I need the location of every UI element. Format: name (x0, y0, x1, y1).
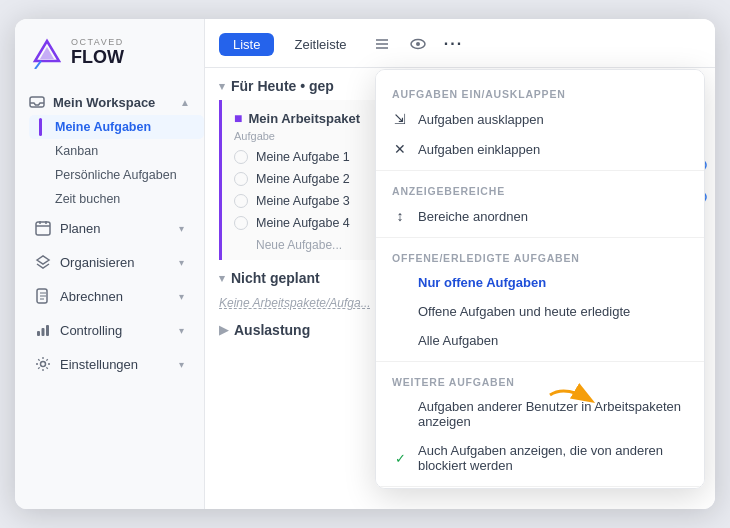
nav-item-abrechnen[interactable]: Abrechnen ▾ (21, 280, 198, 312)
chevron-down-icon-3: ▾ (179, 291, 184, 302)
more-options-btn[interactable]: ··· (439, 29, 469, 59)
expand-icon: ⇲ (392, 111, 408, 127)
inbox-icon (29, 94, 45, 110)
bar-chart-icon (35, 322, 51, 338)
menu-item-andere-benutzer[interactable]: Aufgaben anderer Benutzer in Arbeitspake… (376, 392, 704, 436)
list-icon (374, 36, 390, 52)
sidebar-item-kanban[interactable]: Kanban (29, 139, 204, 163)
chevron-up-icon: ▲ (180, 97, 190, 108)
workspace-header[interactable]: Mein Workspace ▲ (15, 87, 204, 115)
logo: OCTAVED FLOW (15, 19, 204, 83)
tab-liste[interactable]: Liste (219, 33, 274, 56)
arrow-annotation (545, 380, 605, 414)
tab-zeitleiste[interactable]: Zeitleiste (280, 33, 360, 56)
dropdown-overlay: AUFGABEN EIN/AUSKLAPPEN ⇲ Aufgaben auskl… (205, 61, 715, 509)
menu-item-bereiche[interactable]: ↕ Bereiche anordnen (376, 201, 704, 231)
svg-rect-4 (36, 222, 50, 235)
menu-divider-1 (376, 170, 704, 171)
menu-item-blockiert[interactable]: ✓ Auch Aufgaben anzeigen, die von andere… (376, 436, 704, 480)
gear-icon (35, 356, 51, 372)
svg-point-12 (41, 362, 46, 367)
sort-icon: ↕ (392, 208, 408, 224)
eye-icon (410, 36, 426, 52)
svg-rect-10 (42, 328, 45, 336)
list-view-icon-btn[interactable] (367, 29, 397, 59)
nav-item-organisieren[interactable]: Organisieren ▾ (21, 246, 198, 278)
chevron-down-icon-4: ▾ (179, 325, 184, 336)
menu-section-aufgaben: AUFGABEN EIN/AUSKLAPPEN (376, 80, 704, 104)
layers-icon (35, 254, 51, 270)
calendar-icon (35, 220, 51, 236)
nav-item-controlling[interactable]: Controlling ▾ (21, 314, 198, 346)
nav-item-einstellungen[interactable]: Einstellungen ▾ (21, 348, 198, 380)
menu-item-offene-heute[interactable]: Offene Aufgaben und heute erledigte (376, 297, 704, 326)
logo-icon (31, 37, 63, 69)
sidebar-item-persoenliche[interactable]: Persönliche Aufgaben (29, 163, 204, 187)
menu-section-bereiche: ANZEIGEBEREICHE (376, 177, 704, 201)
chevron-down-icon-5: ▾ (179, 359, 184, 370)
sidebar-item-zeit-buchen[interactable]: Zeit buchen (29, 187, 204, 211)
dropdown-menu: AUFGABEN EIN/AUSKLAPPEN ⇲ Aufgaben auskl… (375, 69, 705, 489)
svg-point-17 (416, 42, 420, 46)
menu-divider-2 (376, 237, 704, 238)
menu-item-nur-offene[interactable]: Nur offene Aufgaben (376, 268, 704, 297)
menu-item-ausklappen[interactable]: ⇲ Aufgaben ausklappen (376, 104, 704, 134)
menu-section-weitere: WEITERE AUFGABEN (376, 368, 704, 392)
nav-item-planen[interactable]: Planen ▾ (21, 212, 198, 244)
workspace-section: Mein Workspace ▲ Meine Aufgaben Kanban P… (15, 87, 204, 211)
svg-rect-9 (37, 331, 40, 336)
logo-text: OCTAVED FLOW (71, 38, 124, 68)
menu-item-alle[interactable]: Alle Aufgaben (376, 326, 704, 355)
eye-icon-btn[interactable] (403, 29, 433, 59)
menu-divider-3 (376, 361, 704, 362)
collapse-icon: ✕ (392, 141, 408, 157)
chevron-down-icon: ▾ (179, 223, 184, 234)
check-icon: ✓ (392, 450, 408, 466)
menu-item-einklappen[interactable]: ✕ Aufgaben einklappen (376, 134, 704, 164)
svg-rect-11 (46, 325, 49, 336)
workspace-subitems: Meine Aufgaben Kanban Persönliche Aufgab… (15, 115, 204, 211)
sidebar: OCTAVED FLOW Mein Workspace ▲ Meine Aufg… (15, 19, 205, 509)
file-icon (35, 288, 51, 304)
sidebar-item-meine-aufgaben[interactable]: Meine Aufgaben (29, 115, 204, 139)
menu-divider-4 (376, 486, 704, 487)
menu-section-offene: OFFENE/ERLEDIGTE AUFGABEN (376, 244, 704, 268)
chevron-down-icon-2: ▾ (179, 257, 184, 268)
